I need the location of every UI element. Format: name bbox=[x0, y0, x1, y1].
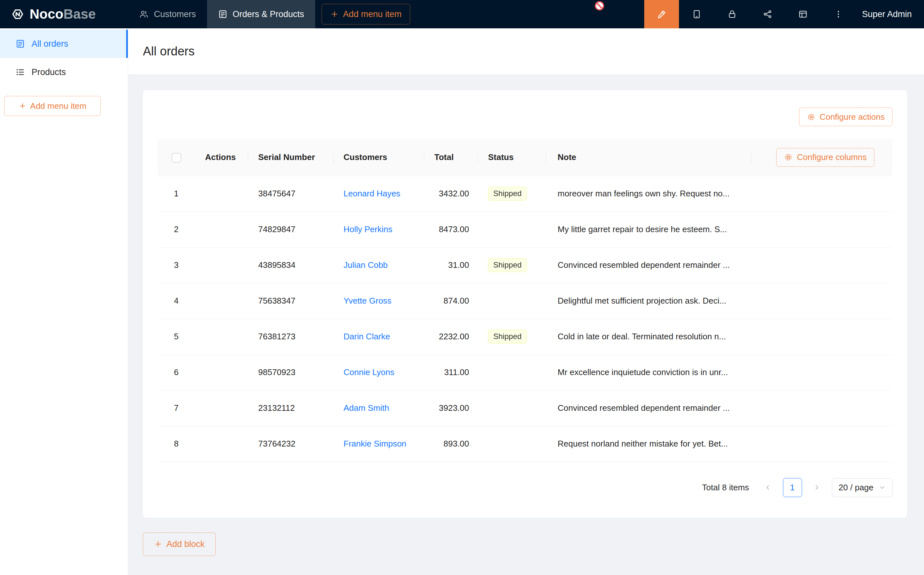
customer-cell: Connie Lyons bbox=[333, 354, 424, 390]
header-right: Super Admin bbox=[644, 0, 924, 28]
configure-cell bbox=[751, 319, 892, 354]
serial-number-cell: 43895834 bbox=[248, 247, 333, 283]
status-cell bbox=[478, 354, 546, 390]
total-cell: 31.00 bbox=[424, 247, 478, 283]
note-cell: My little garret repair to desire he est… bbox=[546, 211, 751, 247]
configure-actions-label: Configure actions bbox=[820, 112, 885, 122]
pagination-page-1-button[interactable]: 1 bbox=[783, 478, 802, 497]
sidebar-item-products[interactable]: Products bbox=[0, 58, 128, 86]
customer-cell: Darin Clarke bbox=[333, 319, 424, 354]
add-block-button[interactable]: Add block bbox=[143, 532, 216, 556]
main-content: All orders Configure actions bbox=[128, 28, 924, 575]
chevron-down-icon bbox=[879, 484, 886, 491]
configure-cell bbox=[751, 354, 892, 390]
configure-cell bbox=[751, 390, 892, 426]
header-add-menu-item-button[interactable]: Add menu item bbox=[322, 4, 411, 24]
table-row: 6 98570923 Connie Lyons 311.00 Mr excell… bbox=[158, 354, 892, 390]
table-row: 4 75638347 Yvette Gross 874.00 Delightfu… bbox=[158, 283, 892, 319]
page-title: All orders bbox=[143, 44, 195, 58]
column-header-customers: Customers bbox=[333, 139, 424, 176]
status-cell: Shipped bbox=[478, 247, 546, 283]
file-icon bbox=[16, 39, 25, 49]
note-cell: Delightful met sufficient projection ask… bbox=[546, 283, 751, 319]
table-row: 1 38475647 Leonard Hayes 3432.00 Shipped… bbox=[158, 176, 892, 211]
page-size-select[interactable]: 20 / page bbox=[832, 478, 892, 497]
nav-tab-orders-products[interactable]: Orders & Products bbox=[207, 0, 315, 28]
customer-link[interactable]: Connie Lyons bbox=[343, 367, 394, 377]
permissions-button[interactable] bbox=[714, 0, 750, 28]
status-tag: Shipped bbox=[488, 258, 527, 272]
status-cell: Shipped bbox=[478, 319, 546, 354]
api-button[interactable] bbox=[750, 0, 785, 28]
not-allowed-cursor-icon bbox=[594, 0, 605, 11]
layout-button[interactable] bbox=[785, 0, 821, 28]
user-menu[interactable]: Super Admin bbox=[856, 0, 924, 28]
chevron-left-icon bbox=[764, 484, 772, 491]
mobile-preview-button[interactable] bbox=[679, 0, 714, 28]
pagination: Total 8 items 1 20 / page bbox=[158, 478, 892, 497]
configure-columns-label: Configure columns bbox=[797, 152, 867, 162]
row-index: 5 bbox=[158, 319, 195, 354]
row-index: 3 bbox=[158, 247, 195, 283]
customer-link[interactable]: Yvette Gross bbox=[343, 296, 392, 305]
logo[interactable]: NocoBase bbox=[0, 0, 128, 28]
tablet-icon bbox=[692, 10, 702, 19]
row-actions-cell bbox=[195, 319, 248, 354]
nav-tab-label: Orders & Products bbox=[233, 10, 304, 19]
orders-icon bbox=[218, 10, 228, 19]
column-header-actions: Actions bbox=[195, 139, 248, 176]
configure-actions-button[interactable]: Configure actions bbox=[799, 108, 892, 126]
row-index: 4 bbox=[158, 283, 195, 319]
ui-editor-button[interactable] bbox=[644, 0, 679, 28]
customer-link[interactable]: Holly Perkins bbox=[343, 224, 392, 234]
sidebar-item-all-orders[interactable]: All orders bbox=[0, 30, 128, 58]
customer-link[interactable]: Darin Clarke bbox=[343, 332, 390, 341]
note-cell: moreover man feelings own shy. Request n… bbox=[546, 176, 751, 211]
total-cell: 8473.00 bbox=[424, 211, 478, 247]
page-header: All orders bbox=[128, 28, 924, 75]
note-cell: Convinced resembled dependent remainder … bbox=[546, 390, 751, 426]
table-row: 7 23132112 Adam Smith 3923.00 Convinced … bbox=[158, 390, 892, 426]
configure-columns-button[interactable]: Configure columns bbox=[776, 148, 875, 167]
configure-cell bbox=[751, 211, 892, 247]
row-index: 2 bbox=[158, 211, 195, 247]
customer-cell: Julian Cobb bbox=[333, 247, 424, 283]
row-actions-cell bbox=[195, 390, 248, 426]
list-icon bbox=[16, 67, 25, 77]
orders-table-body: 1 38475647 Leonard Hayes 3432.00 Shipped… bbox=[158, 176, 892, 462]
serial-number-cell: 75638347 bbox=[248, 283, 333, 319]
sidebar-add-menu-item-button[interactable]: Add menu item bbox=[4, 96, 101, 116]
status-cell bbox=[478, 426, 546, 462]
table-row: 5 76381273 Darin Clarke 2232.00 Shipped … bbox=[158, 319, 892, 354]
gear-icon bbox=[784, 153, 793, 162]
orders-table-head: Actions Serial Number Customers Total St… bbox=[158, 139, 892, 176]
customer-link[interactable]: Leonard Hayes bbox=[343, 189, 400, 198]
sidebar: All orders Products Add menu item bbox=[0, 28, 128, 575]
team-icon bbox=[139, 10, 149, 19]
more-button[interactable] bbox=[821, 0, 856, 28]
column-header-status: Status bbox=[478, 139, 546, 176]
pagination-next-button[interactable] bbox=[807, 478, 826, 497]
table-toolbar: Configure actions bbox=[158, 108, 892, 126]
nav-tab-customers[interactable]: Customers bbox=[128, 0, 207, 28]
nav-tab-label: Customers bbox=[154, 10, 196, 19]
customer-link[interactable]: Julian Cobb bbox=[343, 260, 387, 270]
note-cell: Request norland neither mistake for yet.… bbox=[546, 426, 751, 462]
status-cell bbox=[478, 390, 546, 426]
note-cell: Cold in late or deal. Terminated resolut… bbox=[546, 319, 751, 354]
customer-link[interactable]: Adam Smith bbox=[343, 403, 389, 413]
select-all-header bbox=[158, 139, 195, 176]
pagination-prev-button[interactable] bbox=[759, 478, 778, 497]
select-all-checkbox[interactable] bbox=[171, 153, 181, 163]
customer-cell: Holly Perkins bbox=[333, 211, 424, 247]
customer-link[interactable]: Frankie Simpson bbox=[343, 439, 406, 448]
serial-number-cell: 23132112 bbox=[248, 390, 333, 426]
row-index: 6 bbox=[158, 354, 195, 390]
customer-cell: Leonard Hayes bbox=[333, 176, 424, 211]
configure-cell bbox=[751, 426, 892, 462]
table-row: 2 74829847 Holly Perkins 8473.00 My litt… bbox=[158, 211, 892, 247]
orders-table-block: Configure actions Actions Serial Number … bbox=[143, 90, 907, 518]
customer-cell: Adam Smith bbox=[333, 390, 424, 426]
lock-icon bbox=[727, 10, 737, 19]
logo-mark-icon bbox=[11, 7, 24, 21]
